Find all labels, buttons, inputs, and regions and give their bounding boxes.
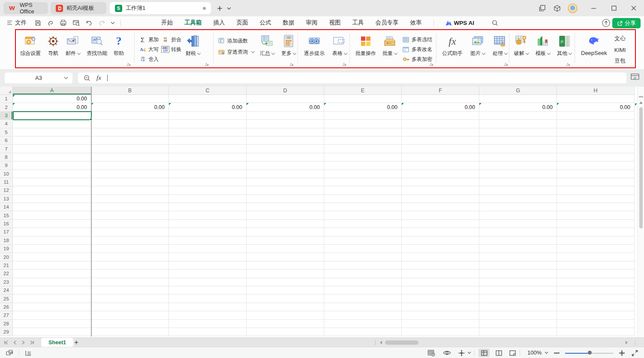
cell-A8[interactable]	[13, 153, 91, 161]
cell-B4[interactable]	[91, 120, 169, 128]
cell-F28[interactable]	[402, 320, 479, 328]
cell-B17[interactable]	[91, 228, 169, 236]
maximize-button[interactable]	[605, 0, 623, 16]
cell-F22[interactable]	[402, 270, 479, 278]
cell-D9[interactable]	[247, 161, 324, 170]
cell-G22[interactable]	[479, 270, 557, 278]
column-a-boundary[interactable]	[91, 87, 92, 337]
tab-efficiency[interactable]: 效率	[410, 19, 422, 27]
cell-C16[interactable]	[169, 220, 247, 228]
cell-C12[interactable]	[169, 186, 247, 194]
cell-H29[interactable]	[557, 328, 635, 336]
cell-C6[interactable]	[169, 137, 247, 145]
cell-A24[interactable]	[13, 286, 91, 294]
cell-H5[interactable]	[557, 128, 635, 137]
cell-H16[interactable]	[557, 220, 635, 228]
dialog-launcher-icon[interactable]	[290, 62, 294, 66]
cell-C1[interactable]	[169, 95, 247, 103]
cell-A13[interactable]	[13, 195, 91, 203]
cell-H27[interactable]	[557, 311, 635, 319]
row-header-8[interactable]: 8	[0, 153, 13, 161]
cell-D20[interactable]	[247, 253, 324, 261]
cell-A29[interactable]	[13, 328, 91, 336]
cell-B6[interactable]	[91, 137, 169, 145]
cell-B15[interactable]	[91, 211, 169, 219]
cell-F18[interactable]	[402, 237, 479, 245]
normal-view-button[interactable]	[478, 349, 490, 357]
tab-tools[interactable]: 工具	[352, 19, 364, 27]
row-header-27[interactable]: 27	[0, 311, 13, 319]
cell-C4[interactable]	[169, 120, 247, 128]
cell-E21[interactable]	[324, 261, 402, 270]
cell-A4[interactable]	[13, 120, 91, 128]
cell-B21[interactable]	[91, 261, 169, 270]
cell-C17[interactable]	[169, 228, 247, 236]
cell-H24[interactable]	[557, 286, 635, 294]
cell-G14[interactable]	[479, 203, 557, 211]
cell-D15[interactable]	[247, 211, 324, 219]
dialog-launcher-icon[interactable]	[566, 62, 570, 66]
cell-F15[interactable]	[402, 211, 479, 219]
cell-F14[interactable]	[402, 203, 479, 211]
cell-H1[interactable]	[557, 95, 635, 103]
cell-H19[interactable]	[557, 245, 635, 253]
cell-G3[interactable]	[479, 112, 557, 120]
cell-B16[interactable]	[91, 220, 169, 228]
cell-E26[interactable]	[324, 303, 402, 311]
ribbon-button-fold[interactable]: abcd折合	[162, 35, 181, 44]
cell-B25[interactable]	[91, 294, 169, 303]
cell-E4[interactable]	[324, 120, 402, 128]
row-header-26[interactable]: 26	[0, 303, 13, 311]
cell-H10[interactable]	[557, 170, 635, 178]
cell-B11[interactable]	[91, 178, 169, 186]
print-preview-button[interactable]	[72, 19, 80, 27]
cell-D3[interactable]	[247, 112, 324, 120]
cell-H7[interactable]	[557, 145, 635, 153]
cell-H6[interactable]	[557, 137, 635, 145]
cell-B7[interactable]	[91, 145, 169, 153]
ribbon-button-kimi[interactable]: KIMI	[614, 46, 626, 54]
column-header-A[interactable]: A	[13, 87, 91, 95]
cell-D13[interactable]	[247, 195, 324, 203]
first-sheet-button[interactable]	[4, 340, 9, 345]
tab-data[interactable]: 数据	[283, 19, 295, 27]
cell-A16[interactable]	[13, 220, 91, 228]
cell-G16[interactable]	[479, 220, 557, 228]
cell-A27[interactable]	[13, 311, 91, 319]
cell-C13[interactable]	[169, 195, 247, 203]
cell-E17[interactable]	[324, 228, 402, 236]
row-header-7[interactable]: 7	[0, 145, 13, 153]
cell-E2[interactable]: 0.00	[324, 103, 402, 111]
cell-C7[interactable]	[169, 145, 247, 153]
ribbon-button-wenxin[interactable]: 文心	[614, 34, 626, 43]
tab-list-chevron-icon[interactable]	[224, 3, 234, 13]
cell-F26[interactable]	[402, 303, 479, 311]
cell-F24[interactable]	[402, 286, 479, 294]
zoom-chevron-icon[interactable]	[544, 349, 549, 357]
cell-B9[interactable]	[91, 161, 169, 170]
name-box-chevron-icon[interactable]	[64, 76, 68, 79]
row-header-23[interactable]: 23	[0, 278, 13, 286]
cell-B23[interactable]	[91, 278, 169, 286]
cell-B19[interactable]	[91, 245, 169, 253]
cell-C21[interactable]	[169, 261, 247, 270]
cell-E5[interactable]	[324, 128, 402, 137]
share-button[interactable]: 分享	[612, 18, 641, 28]
cell-G20[interactable]	[479, 253, 557, 261]
cell-G13[interactable]	[479, 195, 557, 203]
cell-E10[interactable]	[324, 170, 402, 178]
tab-view[interactable]: 视图	[329, 19, 341, 27]
search-icon[interactable]	[492, 20, 498, 26]
ribbon-button-deepseek[interactable]: DeepSeek	[580, 33, 608, 57]
row-header-16[interactable]: 16	[0, 220, 13, 228]
row-header-1[interactable]: 1	[0, 95, 13, 103]
cell-G19[interactable]	[479, 245, 557, 253]
cell-F7[interactable]	[402, 145, 479, 153]
ribbon-button-help[interactable]: ? 帮助	[112, 33, 125, 58]
app-tab-workbook1[interactable]: S 工作簿1	[110, 2, 211, 14]
table-settings-icon[interactable]	[427, 349, 436, 357]
cell-D12[interactable]	[247, 186, 324, 194]
cell-G7[interactable]	[479, 145, 557, 153]
cell-E13[interactable]	[324, 195, 402, 203]
cell-E22[interactable]	[324, 270, 402, 278]
